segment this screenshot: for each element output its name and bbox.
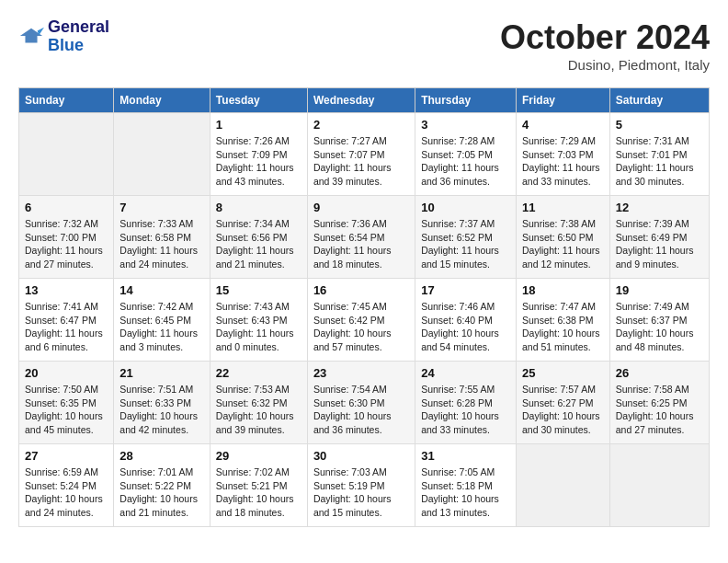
calendar-cell: 16Sunrise: 7:45 AMSunset: 6:42 PMDayligh… bbox=[307, 279, 415, 362]
day-number: 22 bbox=[216, 366, 301, 380]
calendar-cell: 5Sunrise: 7:31 AMSunset: 7:01 PMDaylight… bbox=[609, 113, 709, 196]
calendar-cell: 14Sunrise: 7:42 AMSunset: 6:45 PMDayligh… bbox=[114, 279, 210, 362]
calendar-week-row: 13Sunrise: 7:41 AMSunset: 6:47 PMDayligh… bbox=[19, 279, 710, 362]
calendar-cell: 7Sunrise: 7:33 AMSunset: 6:58 PMDaylight… bbox=[114, 196, 210, 279]
weekday-header-row: SundayMondayTuesdayWednesdayThursdayFrid… bbox=[19, 88, 710, 113]
day-number: 13 bbox=[25, 283, 108, 297]
day-detail: Sunrise: 6:59 AMSunset: 5:24 PMDaylight:… bbox=[25, 465, 108, 520]
day-number: 30 bbox=[313, 449, 409, 463]
calendar-cell: 6Sunrise: 7:32 AMSunset: 7:00 PMDaylight… bbox=[19, 196, 114, 279]
weekday-header: Wednesday bbox=[307, 88, 415, 113]
day-number: 6 bbox=[25, 201, 108, 214]
day-detail: Sunrise: 7:55 AMSunset: 6:28 PMDaylight:… bbox=[421, 383, 510, 437]
weekday-header: Saturday bbox=[609, 88, 709, 113]
calendar-cell: 30Sunrise: 7:03 AMSunset: 5:19 PMDayligh… bbox=[307, 444, 415, 527]
day-detail: Sunrise: 7:43 AMSunset: 6:43 PMDaylight:… bbox=[216, 300, 301, 354]
calendar-cell: 8Sunrise: 7:34 AMSunset: 6:56 PMDaylight… bbox=[210, 196, 307, 279]
day-number: 18 bbox=[522, 283, 604, 297]
day-number: 25 bbox=[522, 366, 604, 380]
calendar-cell: 26Sunrise: 7:58 AMSunset: 6:25 PMDayligh… bbox=[609, 362, 709, 444]
calendar-week-row: 20Sunrise: 7:50 AMSunset: 6:35 PMDayligh… bbox=[19, 362, 710, 444]
page-header: General Blue October 2024 Dusino, Piedmo… bbox=[18, 18, 710, 73]
calendar-table: SundayMondayTuesdayWednesdayThursdayFrid… bbox=[18, 87, 710, 527]
day-number: 14 bbox=[119, 283, 204, 297]
calendar-cell: 31Sunrise: 7:05 AMSunset: 5:18 PMDayligh… bbox=[415, 444, 517, 527]
day-detail: Sunrise: 7:32 AMSunset: 7:00 PMDaylight:… bbox=[25, 217, 108, 271]
weekday-header: Monday bbox=[114, 88, 210, 113]
day-number: 24 bbox=[421, 366, 510, 380]
calendar-cell: 1Sunrise: 7:26 AMSunset: 7:09 PMDaylight… bbox=[210, 113, 307, 196]
title-block: October 2024 Dusino, Piedmont, Italy bbox=[500, 18, 710, 73]
day-number: 2 bbox=[313, 118, 409, 132]
day-detail: Sunrise: 7:39 AMSunset: 6:49 PMDaylight:… bbox=[616, 217, 703, 271]
calendar-cell: 28Sunrise: 7:01 AMSunset: 5:22 PMDayligh… bbox=[114, 444, 210, 527]
calendar-cell: 17Sunrise: 7:46 AMSunset: 6:40 PMDayligh… bbox=[415, 279, 517, 362]
day-detail: Sunrise: 7:41 AMSunset: 6:47 PMDaylight:… bbox=[25, 300, 108, 354]
day-number: 8 bbox=[216, 201, 301, 214]
day-detail: Sunrise: 7:03 AMSunset: 5:19 PMDaylight:… bbox=[313, 465, 409, 520]
logo-general: General bbox=[48, 18, 109, 37]
day-detail: Sunrise: 7:36 AMSunset: 6:54 PMDaylight:… bbox=[313, 217, 409, 271]
calendar-subtitle: Dusino, Piedmont, Italy bbox=[500, 57, 710, 73]
day-number: 27 bbox=[25, 449, 108, 463]
calendar-cell bbox=[114, 113, 210, 196]
calendar-cell: 18Sunrise: 7:47 AMSunset: 6:38 PMDayligh… bbox=[516, 279, 609, 362]
day-detail: Sunrise: 7:37 AMSunset: 6:52 PMDaylight:… bbox=[421, 217, 510, 271]
logo-blue: Blue bbox=[48, 37, 109, 55]
day-number: 3 bbox=[421, 118, 510, 132]
calendar-cell: 15Sunrise: 7:43 AMSunset: 6:43 PMDayligh… bbox=[210, 279, 307, 362]
day-detail: Sunrise: 7:46 AMSunset: 6:40 PMDaylight:… bbox=[421, 300, 510, 354]
calendar-cell: 4Sunrise: 7:29 AMSunset: 7:03 PMDaylight… bbox=[516, 113, 609, 196]
calendar-cell: 24Sunrise: 7:55 AMSunset: 6:28 PMDayligh… bbox=[415, 362, 517, 444]
day-number: 1 bbox=[216, 118, 301, 132]
day-number: 23 bbox=[313, 366, 409, 380]
day-detail: Sunrise: 7:47 AMSunset: 6:38 PMDaylight:… bbox=[522, 300, 604, 354]
calendar-cell: 25Sunrise: 7:57 AMSunset: 6:27 PMDayligh… bbox=[516, 362, 609, 444]
day-detail: Sunrise: 7:31 AMSunset: 7:01 PMDaylight:… bbox=[616, 134, 703, 189]
day-number: 21 bbox=[119, 366, 204, 380]
day-detail: Sunrise: 7:50 AMSunset: 6:35 PMDaylight:… bbox=[25, 383, 108, 437]
calendar-cell: 23Sunrise: 7:54 AMSunset: 6:30 PMDayligh… bbox=[307, 362, 415, 444]
day-detail: Sunrise: 7:51 AMSunset: 6:33 PMDaylight:… bbox=[119, 383, 204, 437]
day-detail: Sunrise: 7:26 AMSunset: 7:09 PMDaylight:… bbox=[216, 134, 301, 189]
day-number: 28 bbox=[119, 449, 204, 463]
calendar-cell: 11Sunrise: 7:38 AMSunset: 6:50 PMDayligh… bbox=[516, 196, 609, 279]
day-detail: Sunrise: 7:01 AMSunset: 5:22 PMDaylight:… bbox=[119, 465, 204, 520]
day-detail: Sunrise: 7:57 AMSunset: 6:27 PMDaylight:… bbox=[522, 383, 604, 437]
day-detail: Sunrise: 7:58 AMSunset: 6:25 PMDaylight:… bbox=[616, 383, 703, 437]
day-number: 10 bbox=[421, 201, 510, 214]
day-number: 7 bbox=[119, 201, 204, 214]
day-detail: Sunrise: 7:27 AMSunset: 7:07 PMDaylight:… bbox=[313, 134, 409, 189]
day-detail: Sunrise: 7:29 AMSunset: 7:03 PMDaylight:… bbox=[522, 134, 604, 189]
day-number: 16 bbox=[313, 283, 409, 297]
calendar-cell: 27Sunrise: 6:59 AMSunset: 5:24 PMDayligh… bbox=[19, 444, 114, 527]
day-detail: Sunrise: 7:45 AMSunset: 6:42 PMDaylight:… bbox=[313, 300, 409, 354]
logo: General Blue bbox=[18, 18, 109, 55]
day-number: 20 bbox=[25, 366, 108, 380]
day-number: 12 bbox=[616, 201, 703, 214]
calendar-cell bbox=[19, 113, 114, 196]
calendar-cell: 13Sunrise: 7:41 AMSunset: 6:47 PMDayligh… bbox=[19, 279, 114, 362]
calendar-cell: 2Sunrise: 7:27 AMSunset: 7:07 PMDaylight… bbox=[307, 113, 415, 196]
weekday-header: Friday bbox=[516, 88, 609, 113]
weekday-header: Sunday bbox=[19, 88, 114, 113]
weekday-header: Thursday bbox=[415, 88, 517, 113]
day-number: 19 bbox=[616, 283, 703, 297]
calendar-week-row: 27Sunrise: 6:59 AMSunset: 5:24 PMDayligh… bbox=[19, 444, 710, 527]
day-number: 31 bbox=[421, 449, 510, 463]
calendar-cell: 10Sunrise: 7:37 AMSunset: 6:52 PMDayligh… bbox=[415, 196, 517, 279]
day-number: 11 bbox=[522, 201, 604, 214]
day-number: 17 bbox=[421, 283, 510, 297]
weekday-header: Tuesday bbox=[210, 88, 307, 113]
day-detail: Sunrise: 7:54 AMSunset: 6:30 PMDaylight:… bbox=[313, 383, 409, 437]
day-number: 29 bbox=[216, 449, 301, 463]
logo-bird-icon bbox=[18, 24, 44, 50]
calendar-cell: 19Sunrise: 7:49 AMSunset: 6:37 PMDayligh… bbox=[609, 279, 709, 362]
calendar-cell: 29Sunrise: 7:02 AMSunset: 5:21 PMDayligh… bbox=[210, 444, 307, 527]
day-detail: Sunrise: 7:42 AMSunset: 6:45 PMDaylight:… bbox=[119, 300, 204, 354]
day-detail: Sunrise: 7:02 AMSunset: 5:21 PMDaylight:… bbox=[216, 465, 301, 520]
day-detail: Sunrise: 7:53 AMSunset: 6:32 PMDaylight:… bbox=[216, 383, 301, 437]
day-number: 26 bbox=[616, 366, 703, 380]
calendar-week-row: 1Sunrise: 7:26 AMSunset: 7:09 PMDaylight… bbox=[19, 113, 710, 196]
calendar-cell: 22Sunrise: 7:53 AMSunset: 6:32 PMDayligh… bbox=[210, 362, 307, 444]
